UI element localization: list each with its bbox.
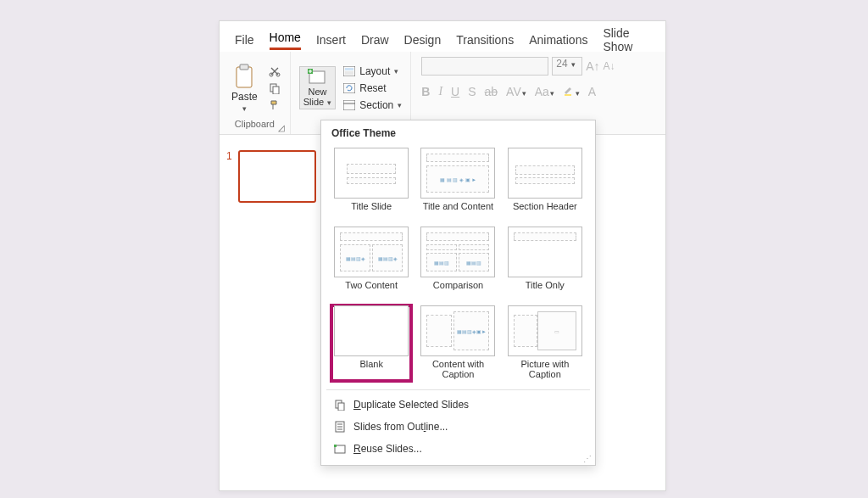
svg-rect-9 (345, 68, 353, 70)
tab-design[interactable]: Design (404, 33, 442, 47)
layout-comparison[interactable]: ▦▤▥▦▤▥ Comparison (418, 227, 498, 300)
svg-rect-0 (236, 67, 252, 87)
tab-file[interactable]: File (235, 33, 254, 47)
layout-icon (342, 64, 356, 78)
svg-rect-14 (565, 94, 571, 96)
slide-number: 1 (226, 150, 232, 162)
font-name-select[interactable] (421, 57, 548, 76)
svg-rect-16 (338, 403, 344, 411)
tab-animations[interactable]: Animations (529, 33, 587, 47)
new-slide-layout-dropdown: Office Theme Title Slide ▦ ▤ ▥ ◈ ▣ ► Tit… (320, 120, 596, 466)
layout-title-slide[interactable]: Title Slide (331, 148, 411, 221)
reset-button[interactable]: Reset (342, 81, 402, 95)
section-icon (342, 98, 356, 112)
change-case-button[interactable]: Aa▾ (535, 85, 554, 98)
duplicate-icon (333, 398, 347, 411)
layout-label: Layout (359, 65, 390, 77)
slide-thumb-panel: 1 (228, 150, 321, 203)
cut-icon[interactable] (268, 64, 281, 78)
layout-blank[interactable]: Blank (331, 305, 411, 381)
paste-button[interactable]: Paste ▾ (228, 62, 261, 115)
chevron-down-icon: ▾ (327, 98, 331, 107)
paste-label: Paste (231, 91, 258, 103)
reuse-label: Reuse Slides... (353, 443, 422, 455)
group-clipboard: Paste ▾ Clipboard ◿ (220, 52, 291, 134)
svg-rect-11 (343, 83, 355, 93)
new-slide-label-2: Slide (303, 97, 324, 107)
highlight-button[interactable]: ▾ (563, 84, 580, 98)
tab-slideshow[interactable]: Slide Show (603, 26, 650, 53)
tab-transitions[interactable]: Transitions (456, 33, 514, 47)
separator (326, 389, 590, 390)
chevron-down-icon: ▾ (398, 101, 402, 109)
resize-grip-icon[interactable]: ⋰ (583, 454, 592, 463)
new-slide-icon (308, 69, 326, 86)
section-button[interactable]: Section▾ (342, 98, 402, 112)
new-slide-label-1: New (308, 87, 326, 97)
outline-icon (333, 420, 347, 434)
reuse-icon (333, 442, 347, 456)
section-label: Section (359, 99, 393, 111)
duplicate-selected-slides[interactable]: Duplicate Selected Slides (321, 394, 595, 416)
clipboard-launcher[interactable]: ◿ (278, 123, 285, 132)
dropdown-theme-header: Office Theme (321, 120, 595, 144)
layout-title-and-content[interactable]: ▦ ▤ ▥ ◈ ▣ ► Title and Content (418, 148, 498, 221)
outline-label: Slides from Outline... (353, 421, 448, 433)
copy-icon[interactable] (268, 81, 281, 95)
chevron-down-icon: ▾ (571, 60, 576, 69)
underline-button[interactable]: U (451, 85, 459, 98)
chevron-down-icon: ▾ (394, 67, 398, 76)
tab-draw[interactable]: Draw (361, 33, 389, 47)
reuse-slides[interactable]: Reuse Slides... (321, 438, 595, 460)
char-spacing-button[interactable]: AV▾ (506, 85, 526, 98)
tab-insert[interactable]: Insert (316, 33, 346, 47)
tab-home[interactable]: Home (270, 31, 301, 50)
slides-from-outline[interactable]: Slides from Outline... (321, 416, 595, 438)
group-clipboard-label: Clipboard (235, 119, 275, 129)
layout-content-with-caption[interactable]: ▦▤▥◈▣► Content with Caption (418, 305, 498, 381)
svg-rect-5 (273, 87, 279, 94)
layout-picture-with-caption[interactable]: ▭ Picture with Caption (505, 305, 585, 381)
svg-rect-10 (345, 71, 353, 75)
chevron-down-icon: ▾ (242, 104, 247, 113)
duplicate-label: Duplicate Selected Slides (353, 399, 469, 411)
svg-rect-1 (240, 64, 248, 70)
font-size-select[interactable]: 24 ▾ (552, 57, 582, 76)
svg-rect-12 (343, 100, 355, 110)
reset-label: Reset (359, 82, 386, 94)
reset-icon (342, 81, 356, 95)
increase-font-icon[interactable]: A↑ (586, 59, 599, 73)
clipboard-icon (233, 64, 255, 89)
shadow-button[interactable]: S (468, 85, 476, 98)
bold-button[interactable]: B (421, 85, 430, 98)
app-window: File Home Insert Draw Design Transitions… (219, 20, 666, 491)
svg-rect-22 (334, 445, 337, 447)
layout-title-only[interactable]: Title Only (505, 227, 585, 300)
strikethrough-button[interactable]: ab (485, 85, 498, 98)
decrease-font-icon[interactable]: A↓ (604, 60, 615, 72)
layout-two-content[interactable]: ▦▤▥◈▦▤▥◈ Two Content (331, 227, 411, 300)
new-slide-button[interactable]: NewSlide ▾ (299, 66, 337, 110)
format-painter-icon[interactable] (268, 98, 281, 112)
layout-button[interactable]: Layout▾ (342, 64, 402, 78)
layout-section-header[interactable]: Section Header (505, 148, 585, 221)
ribbon-tabs: File Home Insert Draw Design Transitions… (220, 21, 665, 52)
italic-button[interactable]: I (438, 85, 442, 98)
font-color-button[interactable]: A (588, 85, 596, 98)
slide-thumbnail-1[interactable] (238, 150, 316, 203)
